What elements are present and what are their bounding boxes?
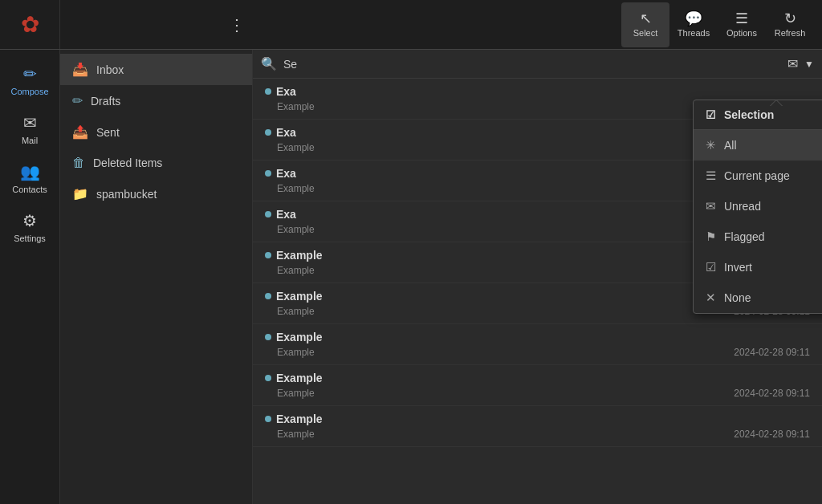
selection-header-label: Selection — [724, 108, 774, 121]
nav-item-mail[interactable]: ✉ Mail — [4, 107, 56, 152]
unread-bullet — [265, 211, 271, 217]
all-label: All — [724, 139, 737, 152]
dropdown-item-flagged[interactable]: ⚑ Flagged — [694, 222, 822, 252]
search-icon: 🔍 — [261, 56, 277, 71]
deleted-icon: 🗑 — [72, 156, 85, 170]
compose-label: Compose — [10, 87, 48, 96]
mail-label: Mail — [22, 136, 38, 145]
sidebar-item-sent[interactable]: 📤 Sent — [60, 116, 252, 148]
email-area: 🔍 ✉ ▼ Exa Example 2024-02-28 09:11 — [253, 50, 822, 504]
top-bar: ✿ ⋮ ↖ Select 💬 Threads ☰ Options ↻ Refre… — [0, 0, 822, 50]
left-nav: ✏ Compose ✉ Mail 👥 Contacts ⚙ Settings — [0, 50, 60, 504]
dropdown-arrow-icon[interactable]: ▼ — [804, 59, 814, 70]
email-sender: Example — [253, 365, 822, 386]
unread-bullet — [265, 416, 271, 422]
table-row[interactable]: Example Example 2024-02-28 09:11 — [253, 406, 822, 447]
selection-dropdown: ☑ Selection ✳ All ☰ Current page ✉ Unrea… — [693, 100, 822, 314]
unread-bullet — [265, 170, 271, 177]
refresh-button[interactable]: ↻ Refresh — [766, 2, 814, 47]
current-page-icon: ☰ — [706, 169, 716, 183]
all-icon: ✳ — [706, 138, 716, 152]
email-subject-row: Example 2024-02-28 09:11 — [253, 345, 822, 364]
unread-icon: ✉ — [706, 199, 716, 213]
options-button[interactable]: ☰ Options — [718, 2, 766, 47]
email-sender: Exa — [253, 79, 822, 100]
settings-label: Settings — [14, 234, 46, 243]
threads-icon: 💬 — [685, 11, 702, 26]
sidebar-header-space: ⋮ — [60, 0, 253, 49]
sidebar-item-deleted[interactable]: 🗑 Deleted Items — [60, 148, 252, 178]
invert-label: Invert — [724, 261, 752, 274]
dropdown-item-all[interactable]: ✳ All — [694, 130, 822, 161]
compose-icon: ✏ — [23, 64, 37, 83]
envelope-icon[interactable]: ✉ — [787, 56, 798, 71]
sent-icon: 📤 — [72, 124, 88, 140]
unread-bullet — [265, 252, 271, 258]
settings-icon: ⚙ — [22, 211, 37, 230]
sidebar: 📥 Inbox ✏ Drafts 📤 Sent 🗑 Deleted Items … — [60, 50, 253, 504]
logo-area: ✿ — [0, 0, 60, 49]
sidebar-item-spam[interactable]: 📁 spambucket — [60, 178, 252, 209]
spam-label: spambucket — [96, 188, 157, 201]
refresh-label: Refresh — [775, 28, 806, 38]
inbox-label: Inbox — [96, 63, 124, 76]
none-icon: ✕ — [706, 291, 716, 305]
dropdown-header: ☑ Selection — [694, 100, 822, 130]
table-row[interactable]: Example Example 2024-02-28 09:11 — [253, 365, 822, 406]
refresh-icon: ↻ — [784, 11, 796, 26]
app-logo: ✿ — [21, 11, 39, 38]
options-label: Options — [726, 28, 757, 38]
drafts-label: Drafts — [91, 95, 120, 108]
selection-header-icon: ☑ — [706, 108, 716, 121]
current-page-label: Current page — [724, 169, 790, 182]
dropdown-item-current-page[interactable]: ☰ Current page — [694, 161, 822, 191]
select-icon: ↖ — [640, 11, 652, 26]
unread-bullet — [265, 129, 271, 136]
drafts-icon: ✏ — [72, 93, 83, 108]
invert-icon: ☑ — [706, 260, 716, 274]
threads-button[interactable]: 💬 Threads — [669, 2, 718, 47]
mail-icon: ✉ — [23, 113, 37, 132]
dropdown-item-none[interactable]: ✕ None — [694, 282, 822, 313]
select-button[interactable]: ↖ Select — [621, 2, 669, 47]
search-input[interactable] — [283, 58, 781, 71]
more-options-icon[interactable]: ⋮ — [229, 15, 245, 35]
select-label: Select — [633, 28, 658, 38]
main-layout: ✏ Compose ✉ Mail 👥 Contacts ⚙ Settings 📥… — [0, 50, 822, 504]
sent-label: Sent — [96, 126, 120, 139]
sidebar-item-inbox[interactable]: 📥 Inbox — [60, 54, 252, 85]
toolbar: ↖ Select 💬 Threads ☰ Options ↻ Refresh — [253, 0, 822, 49]
nav-item-compose[interactable]: ✏ Compose — [4, 58, 56, 103]
contacts-label: Contacts — [12, 185, 47, 194]
flagged-icon: ⚑ — [706, 230, 716, 244]
unread-bullet — [265, 334, 271, 340]
options-icon: ☰ — [735, 11, 748, 26]
email-subject-row: Example 2024-02-28 09:11 — [253, 386, 822, 405]
unread-bullet — [265, 88, 271, 95]
flagged-label: Flagged — [724, 230, 765, 243]
email-sender: Example — [253, 324, 822, 345]
threads-label: Threads — [678, 28, 710, 38]
dropdown-arrow-up-inner — [771, 100, 782, 106]
unread-bullet — [265, 293, 271, 299]
none-label: None — [724, 291, 751, 304]
contacts-icon: 👥 — [20, 162, 40, 181]
dropdown-item-invert[interactable]: ☑ Invert — [694, 252, 822, 282]
sidebar-item-drafts[interactable]: ✏ Drafts — [60, 85, 252, 116]
nav-item-contacts[interactable]: 👥 Contacts — [4, 156, 56, 201]
spam-icon: 📁 — [72, 186, 88, 201]
nav-item-settings[interactable]: ⚙ Settings — [4, 205, 56, 250]
deleted-label: Deleted Items — [93, 156, 162, 169]
unread-label: Unread — [724, 200, 761, 213]
table-row[interactable]: Example Example 2024-02-28 09:11 — [253, 324, 822, 365]
unread-bullet — [265, 375, 271, 381]
email-sender: Example — [253, 406, 822, 427]
search-bar: 🔍 ✉ ▼ — [253, 50, 822, 79]
inbox-icon: 📥 — [72, 62, 88, 77]
email-subject-row: Example 2024-02-28 09:11 — [253, 427, 822, 446]
dropdown-item-unread[interactable]: ✉ Unread — [694, 191, 822, 222]
